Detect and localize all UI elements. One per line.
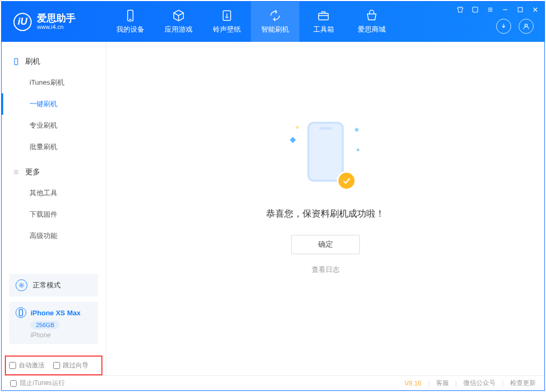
device-capacity: 256GB xyxy=(31,321,60,329)
svg-rect-3 xyxy=(319,13,328,20)
view-log-link[interactable]: 查看日志 xyxy=(312,265,340,275)
device-name: iPhone XS Max xyxy=(31,309,80,317)
success-illustration xyxy=(291,122,360,191)
tab-my-device[interactable]: 我的设备 xyxy=(106,2,154,42)
sidebar-item-advanced[interactable]: 高级功能 xyxy=(2,225,106,247)
tab-store[interactable]: 爱思商城 xyxy=(348,2,396,42)
svg-point-12 xyxy=(525,24,528,27)
sidebar-header-more: 更多 xyxy=(2,162,106,182)
tab-ringtones[interactable]: 铃声壁纸 xyxy=(203,2,251,42)
device-mode-label: 正常模式 xyxy=(33,280,61,290)
sidebar-item-oneclick-flash[interactable]: 一键刷机 xyxy=(2,93,106,115)
sidebar-item-download-firmware[interactable]: 下载固件 xyxy=(2,204,106,225)
toolbox-icon xyxy=(317,9,330,22)
sidebar-header-flash: 刷机 xyxy=(2,51,106,72)
sidebar-item-batch-flash[interactable]: 批量刷机 xyxy=(2,136,106,158)
sidebar-item-other-tools[interactable]: 其他工具 xyxy=(2,182,106,204)
tab-apps-games[interactable]: 应用游戏 xyxy=(154,2,203,42)
list-icon xyxy=(12,168,20,176)
auto-activate-checkbox[interactable]: 自动激活 xyxy=(9,361,45,370)
options-highlighted-row: 自动激活 跳过向导 xyxy=(5,356,102,375)
device-mode-box[interactable]: 正常模式 xyxy=(9,274,98,297)
tshirt-icon[interactable] xyxy=(455,5,465,14)
sidebar-item-pro-flash[interactable]: 专业刷机 xyxy=(2,115,106,136)
svg-point-18 xyxy=(19,283,24,287)
mode-icon xyxy=(16,279,27,291)
status-bar: 阻止iTunes运行 V8.16 | 客服 | 微信公众号 | 检查更新 xyxy=(2,375,544,390)
check-update-link[interactable]: 检查更新 xyxy=(510,379,536,388)
maximize-button[interactable] xyxy=(515,5,525,14)
user-button[interactable] xyxy=(519,19,534,34)
device-icon xyxy=(124,9,137,22)
close-button[interactable] xyxy=(530,5,540,14)
sidebar: 刷机 iTunes刷机 一键刷机 专业刷机 批量刷机 更多 其他工具 下载固件 … xyxy=(2,42,106,375)
music-icon xyxy=(220,9,233,22)
svg-rect-19 xyxy=(19,309,23,316)
header-circle-buttons xyxy=(496,19,534,34)
tab-toolbox[interactable]: 工具箱 xyxy=(299,2,348,42)
success-message: 恭喜您，保资料刷机成功啦！ xyxy=(266,208,385,220)
app-title: 爱思助手 xyxy=(37,13,76,24)
minimize-button[interactable] xyxy=(500,5,510,14)
store-icon xyxy=(365,9,378,22)
device-phone-icon xyxy=(16,307,26,318)
wechat-link[interactable]: 微信公众号 xyxy=(463,379,496,388)
version-label: V8.16 xyxy=(404,380,421,387)
support-link[interactable]: 客服 xyxy=(436,379,449,388)
title-bar: iU 爱思助手 www.i4.cn 我的设备 应用游戏 铃声壁纸 智能刷机 xyxy=(2,2,544,42)
svg-point-17 xyxy=(21,285,23,286)
svg-rect-4 xyxy=(473,7,477,12)
download-button[interactable] xyxy=(496,19,511,34)
cube-icon xyxy=(172,9,185,22)
sidebar-item-itunes-flash[interactable]: iTunes刷机 xyxy=(2,72,106,93)
skip-guide-checkbox[interactable]: 跳过向导 xyxy=(53,361,88,370)
logo-icon: iU xyxy=(13,13,32,31)
device-type: iPhone xyxy=(31,331,92,339)
ok-button[interactable]: 确定 xyxy=(291,235,360,254)
app-logo: iU 爱思助手 www.i4.cn xyxy=(2,2,106,42)
refresh-icon xyxy=(269,9,282,22)
menu-icon[interactable] xyxy=(485,5,495,14)
device-info-box[interactable]: iPhone XS Max 256GB iPhone xyxy=(9,302,98,344)
app-subtitle: www.i4.cn xyxy=(37,24,76,30)
check-badge-icon xyxy=(337,171,356,190)
feedback-icon[interactable] xyxy=(470,5,480,14)
window-controls xyxy=(455,5,540,14)
phone-small-icon xyxy=(12,58,20,65)
svg-rect-13 xyxy=(14,58,18,65)
block-itunes-checkbox[interactable]: 阻止iTunes运行 xyxy=(10,379,65,388)
main-content: 恭喜您，保资料刷机成功啦！ 确定 查看日志 xyxy=(106,42,544,375)
tab-smart-flash[interactable]: 智能刷机 xyxy=(251,2,299,42)
svg-rect-9 xyxy=(518,8,522,12)
